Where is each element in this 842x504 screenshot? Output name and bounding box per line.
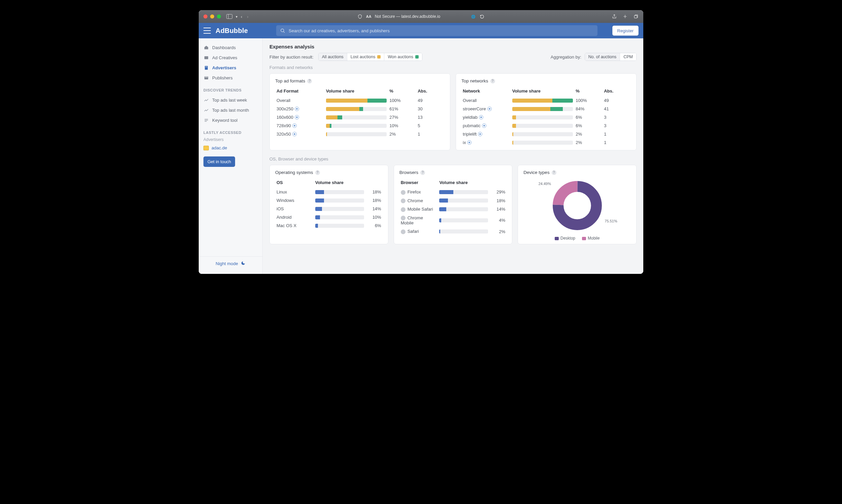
row-link[interactable]: yieldlab [463,115,483,120]
pct-cell: 2% [489,227,506,236]
sidebar-item-advertisers[interactable]: Advertisers [199,62,262,73]
card-title-text: Operating systems [275,170,313,175]
minimize-icon[interactable] [210,15,214,18]
tabs-icon[interactable] [633,14,639,19]
url-label: Not Secure — latest.dev.adbubble.io [375,14,441,19]
table-row: 728x90 10% 5 [275,122,445,130]
volume-bar [512,98,573,103]
volume-bar [512,141,573,145]
row-link[interactable]: 728x90 [276,123,297,128]
sidebar-toggle-icon[interactable]: ▾ [226,14,238,19]
sidebar-item-top-ads-last-month[interactable]: Top ads last month [199,105,262,115]
browser-icon [401,198,406,203]
filter-lost[interactable]: Lost auctions [347,53,384,60]
app-header: AdBubble Register [199,23,643,38]
page-title: Expenses analysis [270,44,637,50]
filter-won[interactable]: Won auctions [384,53,422,60]
moon-icon [241,261,245,267]
register-button[interactable]: Register [612,25,639,36]
col-header: Volume share [314,178,365,188]
volume-bar [439,218,488,222]
night-mode-toggle[interactable]: Night mode [199,256,262,270]
text-size-icon[interactable]: AA [366,14,372,19]
help-icon[interactable]: ? [420,170,425,175]
close-icon[interactable] [203,15,207,18]
abs-cell: 3 [603,113,631,122]
volume-bar [326,132,387,136]
table-row: Linux 18% [275,188,383,196]
search-container [276,25,598,36]
pct-cell: 18% [489,197,506,205]
col-header: Abs. [603,87,631,96]
filter-row: Filter by auction result: All auctions L… [270,53,637,61]
aggregation-segmented: No. of auctions CPM [585,53,637,61]
agg-cpm[interactable]: CPM [620,53,636,60]
target-icon [478,132,482,136]
shield-icon[interactable] [357,14,363,19]
sidebar-item-ad-creatives[interactable]: Ad Creatives [199,53,262,62]
row-link[interactable]: triplelift [463,131,482,137]
volume-bar [439,190,488,194]
sidebar-item-dashboards[interactable]: Dashboards [199,42,262,53]
row-link[interactable]: ix [463,140,471,145]
nav-back-icon[interactable]: ‹ [241,14,242,19]
advertiser-chip-icon [203,146,209,150]
svg-rect-8 [205,66,208,69]
table-row: Chrome 18% [399,197,507,205]
nav-forward-icon[interactable]: › [247,14,248,19]
pct-cell: 100% [574,96,603,105]
help-icon[interactable]: ? [552,170,556,175]
col-header: % [574,87,603,96]
help-icon[interactable]: ? [307,79,312,84]
pct-cell: 6% [574,122,603,130]
col-header: Volume share [511,87,574,96]
volume-bar [512,124,573,128]
recent-item[interactable]: adac.de [199,144,262,152]
sidebar-item-keyword-tool[interactable]: Keyword tool [199,115,262,125]
row-link[interactable]: 300x250 [276,106,299,111]
browser-icon [401,230,406,234]
table-row: stroeerCore 84% 41 [461,105,631,113]
row-link[interactable]: stroeerCore [463,106,492,111]
row-link[interactable]: 160x600 [276,115,299,120]
sidebar-item-top-ads-last-week[interactable]: Top ads last week [199,95,262,105]
search-input[interactable] [289,28,594,33]
col-header: Browser [399,178,438,188]
chevron-down-icon[interactable]: ▾ [236,15,238,18]
zoom-icon[interactable] [217,15,221,18]
menu-icon[interactable] [203,28,211,34]
section-formats-label: Formats and networks [270,65,637,70]
row-name: Linux [276,190,287,195]
row-name: Overall [463,98,477,103]
help-icon[interactable]: ? [491,79,495,84]
volume-bar [326,98,387,103]
reload-icon[interactable] [479,14,485,19]
pct-cell: 10% [365,213,383,221]
table-row: Overall 100% 49 [461,96,631,105]
col-header: Volume share [325,87,388,96]
pct-cell: 10% [388,122,416,130]
row-link[interactable]: pubmatic [463,123,486,128]
table-row: Windows 18% [275,196,383,204]
row-link[interactable]: 320x50 [276,131,297,137]
app-logo[interactable]: AdBubble [216,27,248,35]
get-in-touch-button[interactable]: Get in touch [203,157,235,167]
new-tab-icon[interactable] [622,14,628,19]
table-row: Android 10% [275,213,383,221]
sidebar-item-publishers[interactable]: Publishers [199,73,262,83]
volume-bar [326,124,387,128]
row-name: Android [276,215,292,220]
volume-bar [326,115,387,120]
table-row: pubmatic 6% 3 [461,122,631,130]
agg-auctions[interactable]: No. of auctions [585,53,620,60]
aggregation-label: Aggregation by: [551,54,581,59]
translate-icon[interactable]: 🌐 [470,14,476,19]
table-row: Chrome Mobile 4% [399,214,507,228]
table-row: Mobile Safari 14% [399,205,507,214]
pct-cell: 2% [388,130,416,138]
filter-all[interactable]: All auctions [319,53,347,60]
share-icon[interactable] [612,14,617,19]
target-icon [482,124,486,128]
pct-cell: 18% [365,188,383,196]
help-icon[interactable]: ? [315,170,320,175]
